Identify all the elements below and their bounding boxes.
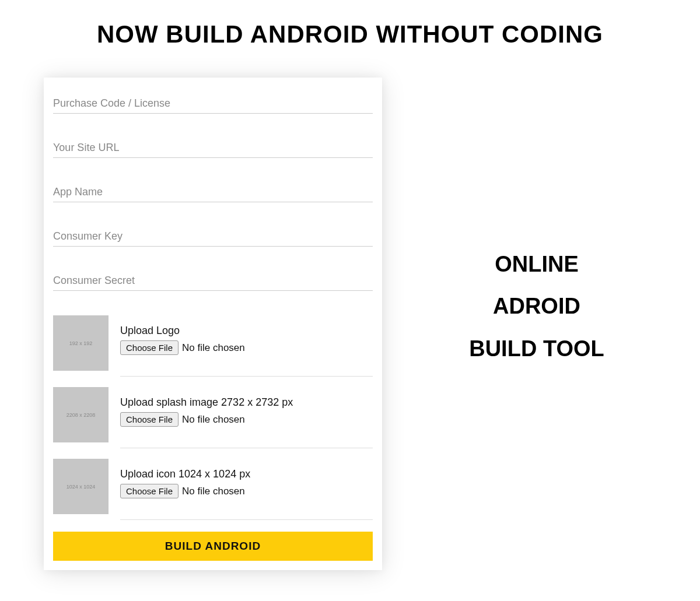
side-heading: ONLINE ADROID BUILD TOOL — [417, 243, 656, 405]
splash-file-status: No file chosen — [182, 414, 245, 426]
logo-thumb-size: 192 x 192 — [69, 340, 93, 346]
icon-file-status: No file chosen — [182, 486, 245, 497]
splash-thumb-size: 2208 x 2208 — [66, 412, 96, 418]
upload-icon-row: 1024 x 1024 Upload icon 1024 x 1024 px C… — [53, 459, 373, 520]
build-android-button[interactable]: BUILD ANDROID — [53, 532, 373, 561]
side-heading-line-1: ONLINE — [417, 243, 656, 285]
upload-logo-row: 192 x 192 Upload Logo Choose File No fil… — [53, 315, 373, 377]
icon-thumb-size: 1024 x 1024 — [66, 484, 96, 490]
side-heading-line-3: BUILD TOOL — [417, 328, 656, 370]
icon-upload-label: Upload icon 1024 x 1024 px — [120, 468, 373, 480]
icon-thumb-placeholder: 1024 x 1024 — [53, 459, 108, 514]
upload-splash-row: 2208 x 2208 Upload splash image 2732 x 2… — [53, 387, 373, 448]
logo-choose-file-button[interactable]: Choose File — [120, 340, 178, 355]
content-wrapper: 192 x 192 Upload Logo Choose File No fil… — [0, 48, 700, 570]
site-url-input[interactable] — [53, 138, 373, 158]
splash-upload-label: Upload splash image 2732 x 2732 px — [120, 396, 373, 409]
build-form-card: 192 x 192 Upload Logo Choose File No fil… — [44, 78, 382, 570]
logo-upload-label: Upload Logo — [120, 325, 373, 337]
page-heading: NOW BUILD ANDROID WITHOUT CODING — [0, 0, 700, 48]
side-heading-line-2: ADROID — [417, 285, 656, 327]
splash-choose-file-button[interactable]: Choose File — [120, 412, 178, 427]
app-name-input[interactable] — [53, 182, 373, 202]
splash-thumb-placeholder: 2208 x 2208 — [53, 387, 108, 442]
consumer-key-input[interactable] — [53, 227, 373, 247]
purchase-code-input[interactable] — [53, 94, 373, 114]
icon-upload-details: Upload icon 1024 x 1024 px Choose File N… — [120, 459, 373, 520]
splash-upload-details: Upload splash image 2732 x 2732 px Choos… — [120, 387, 373, 448]
logo-thumb-placeholder: 192 x 192 — [53, 315, 108, 371]
logo-upload-details: Upload Logo Choose File No file chosen — [120, 315, 373, 377]
icon-choose-file-button[interactable]: Choose File — [120, 484, 178, 498]
consumer-secret-input[interactable] — [53, 271, 373, 291]
logo-file-status: No file chosen — [182, 342, 245, 354]
